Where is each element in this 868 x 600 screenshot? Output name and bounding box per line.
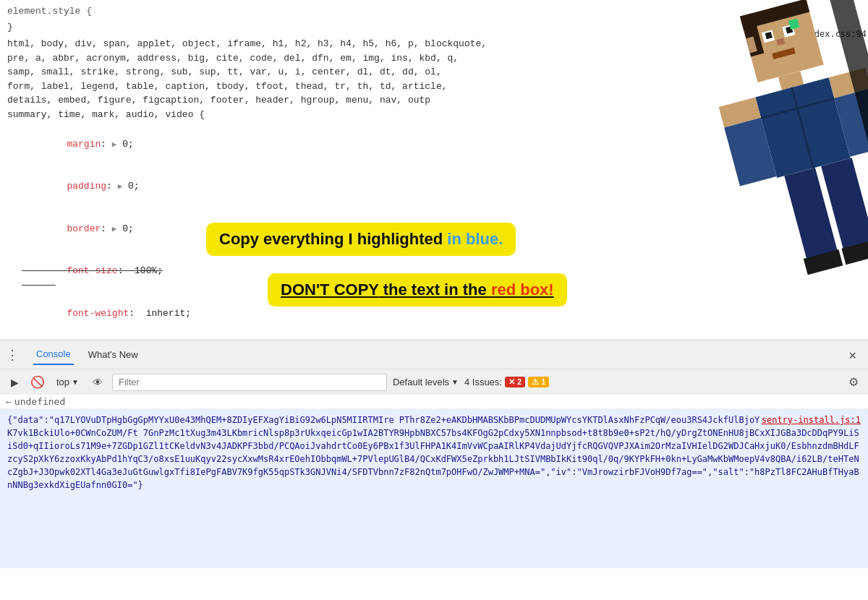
issues-label: 4 Issues: [464, 377, 502, 387]
stop-button[interactable]: 🚫 [29, 374, 46, 391]
prop-font-size-strikethrough: font-size: 100%; [22, 250, 861, 293]
devtools-close-button[interactable]: ✕ [843, 344, 862, 366]
element-style-line: element.style { [7, 4, 861, 19]
chevron-down-icon: ▼ [72, 378, 79, 386]
settings-button[interactable]: ⚙ [845, 374, 862, 391]
prop-font-style: font-style: inherit; [22, 335, 861, 340]
context-label: top [56, 377, 69, 387]
issues-badge[interactable]: 4 Issues: ✕ 2 ⚠ 1 [464, 377, 549, 387]
console-data-text: {"data":"q17LYOVuDTpHgbGgGpMYYxU0e43MhQE… [7, 415, 859, 490]
filter-input[interactable] [112, 374, 387, 391]
console-toolbar: ▶ 🚫 top ▼ 👁 Default levels ▼ 4 Issues: ✕… [0, 369, 868, 395]
prop-font-weight: font-weight: inherit; [22, 292, 861, 335]
file-reference[interactable]: index.css:94 [804, 27, 867, 40]
run-button[interactable]: ▶ [6, 374, 23, 391]
tab-console[interactable]: Console [33, 344, 74, 365]
close-brace-1: } [7, 20, 861, 35]
devtools-tab-bar: ⋮ Console What's New ✕ [0, 340, 868, 369]
prop-border[interactable]: border: ▶ 0; [22, 207, 861, 250]
console-data-row[interactable]: sentry-install.js:1 {"data":"q17LYOVuDTp… [0, 409, 868, 568]
default-levels-label: Default levels [393, 377, 449, 387]
default-levels-button[interactable]: Default levels ▼ [393, 377, 459, 387]
prop-padding[interactable]: padding: ▶ 0; [22, 166, 861, 208]
css-selector-line6: summary, time, mark, audio, video { [7, 108, 487, 122]
visibility-button[interactable]: 👁 [89, 374, 106, 391]
error-badge: ✕ 2 [505, 377, 525, 387]
css-selector-line4: form, label, legend, table, caption, tbo… [7, 80, 487, 94]
sentry-file-reference[interactable]: sentry-install.js:1 [762, 413, 861, 427]
undefined-text: undefined [14, 396, 65, 407]
tab-menu-dots[interactable]: ⋮ [6, 347, 19, 363]
warning-badge: ⚠ 1 [528, 377, 549, 387]
context-selector[interactable]: top ▼ [52, 374, 83, 390]
prop-margin[interactable]: margin: ▶ 0; [22, 123, 861, 166]
css-selector-line3: samp, small, strike, strong, sub, sup, t… [7, 65, 487, 80]
css-selector-line2: pre, a, abbr, acronym, address, big, cit… [7, 51, 487, 66]
css-selector-line5: details, embed, figure, figcaption, foot… [7, 93, 487, 108]
console-output: ← undefined sentry-install.js:1 {"data":… [0, 395, 868, 600]
code-panel: element.style { } html, body, div, span,… [0, 0, 868, 340]
css-selector-line1: html, body, div, span, applet, object, i… [7, 37, 487, 51]
chevron-down-icon-levels: ▼ [451, 378, 459, 386]
devtools-bottom: ⋮ Console What's New ✕ ▶ 🚫 top ▼ 👁 Defau… [0, 340, 868, 600]
tab-whats-new[interactable]: What's New [85, 345, 141, 364]
console-undefined-row: ← undefined [0, 395, 868, 409]
arrow-left-icon: ← [6, 396, 12, 407]
